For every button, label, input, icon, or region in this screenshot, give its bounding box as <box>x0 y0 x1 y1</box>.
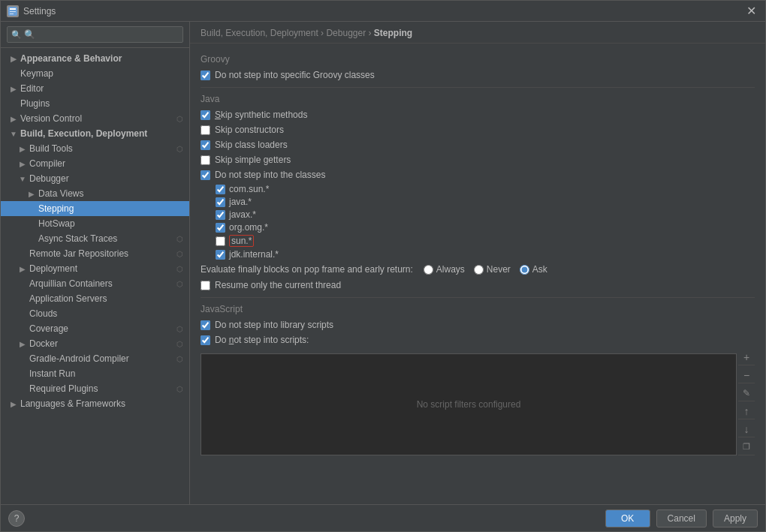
skip-synthetic-checkbox[interactable] <box>201 110 210 120</box>
do-not-step-label[interactable]: Do not step into the classes <box>201 170 325 180</box>
sidebar-item-keymap[interactable]: Keymap <box>1 66 189 81</box>
js-option2-label[interactable]: Do not step into scripts: <box>201 335 309 345</box>
skip-synthetic-row: Skip synthetic methods <box>201 109 755 121</box>
skip-synthetic-label[interactable]: Skip synthetic methods <box>201 110 307 120</box>
js-option1-checkbox[interactable] <box>201 320 210 330</box>
sidebar-item-clouds[interactable]: Clouds <box>1 306 189 321</box>
sidebar-item-stepping[interactable]: Stepping <box>1 201 189 216</box>
remove-filter-button[interactable]: − <box>738 367 755 383</box>
skip-constructors-checkbox[interactable] <box>201 125 210 135</box>
edit-filter-button[interactable]: ✎ <box>738 385 755 401</box>
search-input[interactable] <box>7 26 183 43</box>
class-label-sun[interactable]: sun.* <box>229 235 254 247</box>
copy-filter-button[interactable]: ❐ <box>738 439 755 455</box>
skip-class-loaders-checkbox[interactable] <box>201 140 210 150</box>
sidebar-item-label: Build, Execution, Deployment <box>20 128 147 139</box>
external-icon: ⬡ <box>176 250 183 258</box>
sidebar-item-editor[interactable]: ▶ Editor <box>1 81 189 96</box>
do-not-step-row: Do not step into the classes <box>201 169 755 181</box>
class-label-java[interactable]: java.* <box>229 197 252 207</box>
move-up-filter-button[interactable]: ↑ <box>738 403 755 419</box>
groovy-option1-label[interactable]: Do not step into specific Groovy classes <box>201 70 375 80</box>
groovy-section-label: Groovy <box>201 54 755 65</box>
sidebar-item-debugger[interactable]: ▼ Debugger <box>1 171 189 186</box>
radio-ask[interactable] <box>520 265 529 275</box>
class-checkbox-java[interactable] <box>216 197 225 207</box>
class-checkbox-javax[interactable] <box>216 210 225 220</box>
js-option2-row: Do not step into scripts: <box>201 334 755 346</box>
sidebar-item-async-stack-traces[interactable]: Async Stack Traces ⬡ <box>1 231 189 246</box>
sidebar-item-deployment[interactable]: ▶ Deployment ⬡ <box>1 261 189 276</box>
sidebar-item-app-servers[interactable]: Application Servers <box>1 291 189 306</box>
sidebar-item-label: Build Tools <box>29 143 73 154</box>
sidebar-item-data-views[interactable]: ▶ Data Views <box>1 186 189 201</box>
sidebar-item-compiler[interactable]: ▶ Compiler <box>1 156 189 171</box>
sidebar-item-label: Plugins <box>20 98 50 109</box>
sidebar-item-gradle-android[interactable]: Gradle-Android Compiler ⬡ <box>1 351 189 366</box>
sidebar-item-instant-run[interactable]: Instant Run <box>1 366 189 381</box>
ok-button[interactable]: OK <box>605 509 650 527</box>
class-checkbox-com-sun[interactable] <box>216 185 225 194</box>
sidebar-item-plugins[interactable]: Plugins <box>1 96 189 111</box>
move-down-filter-button[interactable]: ↓ <box>738 421 755 437</box>
radio-ask-text: Ask <box>532 264 547 275</box>
svg-rect-1 <box>10 8 16 10</box>
resume-only-row: Resume only the current thread <box>201 279 755 291</box>
sidebar: 🔍 ▶ Appearance & Behavior Keymap ▶ <box>1 22 190 504</box>
sidebar-item-arquillian[interactable]: Arquillian Containers ⬡ <box>1 276 189 291</box>
radio-never[interactable] <box>474 265 484 275</box>
js-option2-text: Do not step into scripts: <box>215 335 309 345</box>
radio-ask-label[interactable]: Ask <box>520 264 547 275</box>
java-section-label: Java <box>201 94 755 104</box>
js-option1-text: Do not step into library scripts <box>215 320 333 330</box>
arrow-icon: ▶ <box>19 340 26 348</box>
sidebar-item-languages-frameworks[interactable]: ▶ Languages & Frameworks <box>1 396 189 411</box>
help-button[interactable]: ? <box>8 510 25 527</box>
radio-never-label[interactable]: Never <box>474 264 511 275</box>
search-box: 🔍 <box>1 22 189 48</box>
class-label-org-omg[interactable]: org.omg.* <box>229 222 268 233</box>
evaluate-label: Evaluate finally blocks on pop frame and… <box>201 264 413 275</box>
class-item-javax: javax.* <box>216 209 755 220</box>
radio-always[interactable] <box>424 265 433 275</box>
skip-simple-getters-checkbox[interactable] <box>201 155 210 165</box>
arrow-icon: ▶ <box>19 145 26 153</box>
class-checkbox-jdk-internal[interactable] <box>216 250 225 260</box>
sidebar-item-build-tools[interactable]: ▶ Build Tools ⬡ <box>1 141 189 156</box>
class-checkbox-sun[interactable] <box>216 236 225 246</box>
sidebar-item-version-control[interactable]: ▶ Version Control ⬡ <box>1 111 189 126</box>
sidebar-item-hotswap[interactable]: HotSwap <box>1 216 189 231</box>
groovy-option1-checkbox[interactable] <box>201 71 210 80</box>
external-icon: ⬡ <box>176 340 183 348</box>
resume-only-checkbox[interactable] <box>201 281 210 290</box>
sidebar-item-required-plugins[interactable]: Required Plugins ⬡ <box>1 381 189 396</box>
sidebar-item-appearance[interactable]: ▶ Appearance & Behavior <box>1 51 189 66</box>
radio-always-label[interactable]: Always <box>424 264 465 275</box>
class-checkbox-org-omg[interactable] <box>216 223 225 233</box>
sidebar-item-build-execution[interactable]: ▼ Build, Execution, Deployment <box>1 126 189 141</box>
skip-class-loaders-label[interactable]: Skip class loaders <box>201 140 288 150</box>
sidebar-item-coverage[interactable]: Coverage ⬡ <box>1 321 189 336</box>
skip-constructors-label[interactable]: Skip constructors <box>201 125 284 135</box>
do-not-step-checkbox[interactable] <box>201 170 210 180</box>
sidebar-item-label: Required Plugins <box>29 383 98 394</box>
js-option2-checkbox[interactable] <box>201 335 210 345</box>
apply-button[interactable]: Apply <box>713 509 758 527</box>
sidebar-item-remote-jar[interactable]: Remote Jar Repositories ⬡ <box>1 246 189 261</box>
close-button[interactable]: ✕ <box>743 4 759 19</box>
sidebar-item-label: Debugger <box>29 173 69 184</box>
arrow-icon: ▶ <box>10 55 17 63</box>
external-icon: ⬡ <box>176 325 183 333</box>
class-label-com-sun[interactable]: com.sun.* <box>229 184 269 194</box>
class-label-jdk-internal[interactable]: jdk.internal.* <box>229 249 279 260</box>
class-label-javax[interactable]: javax.* <box>229 209 256 220</box>
sidebar-item-label: Docker <box>29 338 58 349</box>
js-option1-label[interactable]: Do not step into library scripts <box>201 320 333 330</box>
add-filter-button[interactable]: + <box>738 349 755 365</box>
skip-simple-getters-label[interactable]: Skip simple getters <box>201 155 291 165</box>
right-panel: Build, Execution, Deployment › Debugger … <box>190 22 765 504</box>
resume-only-label[interactable]: Resume only the current thread <box>201 280 341 290</box>
cancel-button[interactable]: Cancel <box>656 509 707 527</box>
sidebar-item-docker[interactable]: ▶ Docker ⬡ <box>1 336 189 351</box>
breadcrumb: Build, Execution, Deployment › Debugger … <box>190 22 765 44</box>
